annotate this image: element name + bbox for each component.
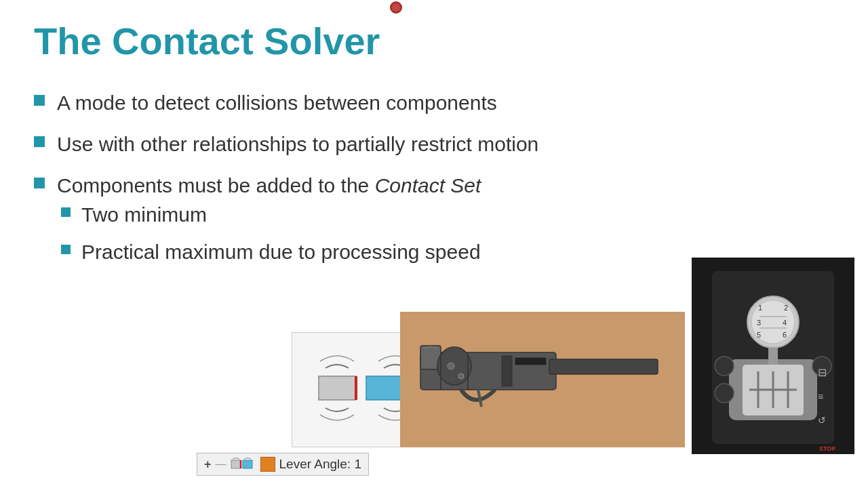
svg-rect-14 <box>502 356 512 386</box>
bullet-marker <box>34 136 45 147</box>
sub-bullet-text-1: Two minimum <box>81 201 207 228</box>
toolbar-separator: — <box>216 458 226 470</box>
svg-rect-0 <box>319 376 356 400</box>
svg-rect-1 <box>366 376 403 400</box>
svg-text:2: 2 <box>784 304 788 312</box>
bullet-text-2: Use with other relationships to partiall… <box>57 131 538 157</box>
svg-text:3: 3 <box>757 319 761 327</box>
bullet-text-3: Components must be added to the Contact … <box>57 172 481 199</box>
svg-text:1: 1 <box>758 304 762 312</box>
gun-image-container <box>400 312 685 447</box>
list-item: Use with other relationships to partiall… <box>34 131 834 157</box>
svg-point-17 <box>458 373 464 379</box>
svg-point-37 <box>715 357 734 375</box>
bullet-marker <box>34 178 45 188</box>
gearshift-drawing-svg: 1 2 3 4 5 6 STOP ⊟ ≡ ↺ <box>692 258 854 454</box>
gun-drawing-svg <box>400 312 685 447</box>
list-item: Two minimum <box>61 201 481 228</box>
toolbar-lever-label: Lever Angle: 1 <box>279 457 361 472</box>
bullet-text-1: A mode to detect collisions between comp… <box>57 89 497 116</box>
list-item: A mode to detect collisions between comp… <box>34 89 834 116</box>
svg-text:5: 5 <box>757 331 761 339</box>
list-item: Practical maximum due to processing spee… <box>61 239 481 265</box>
sub-bullet-list: Two minimum Practical maximum due to pro… <box>34 201 481 276</box>
toolbar-bar[interactable]: + — Lever Angle: 1 <box>197 453 369 476</box>
bullet-marker <box>61 245 71 254</box>
svg-text:⊟: ⊟ <box>818 367 827 378</box>
svg-point-38 <box>715 384 734 403</box>
slide-container: The Contact Solver A mode to detect coll… <box>0 0 868 488</box>
slide-title: The Contact Solver <box>34 20 834 62</box>
svg-rect-36 <box>768 348 778 365</box>
bullet-marker <box>34 95 45 106</box>
toolbar-box-icon <box>260 457 275 472</box>
svg-rect-15 <box>515 358 546 365</box>
svg-rect-8 <box>549 359 658 374</box>
cursor-dot <box>390 1 402 14</box>
svg-text:4: 4 <box>783 319 787 327</box>
svg-text:6: 6 <box>783 331 787 339</box>
svg-rect-4 <box>243 460 252 468</box>
gearshift-image-container: 1 2 3 4 5 6 STOP ⊟ ≡ ↺ <box>692 258 854 454</box>
toolbar-plus: + <box>204 458 212 472</box>
sub-bullet-text-2: Practical maximum due to processing spee… <box>81 239 481 265</box>
svg-text:≡: ≡ <box>818 391 823 402</box>
bullet-marker <box>61 207 71 217</box>
bullet-list: A mode to detect collisions between comp… <box>34 89 834 276</box>
toolbar-contact-icon <box>231 457 256 472</box>
svg-point-16 <box>448 363 454 369</box>
svg-text:↺: ↺ <box>818 415 826 426</box>
svg-text:STOP: STOP <box>819 445 835 452</box>
svg-rect-3 <box>231 460 241 468</box>
